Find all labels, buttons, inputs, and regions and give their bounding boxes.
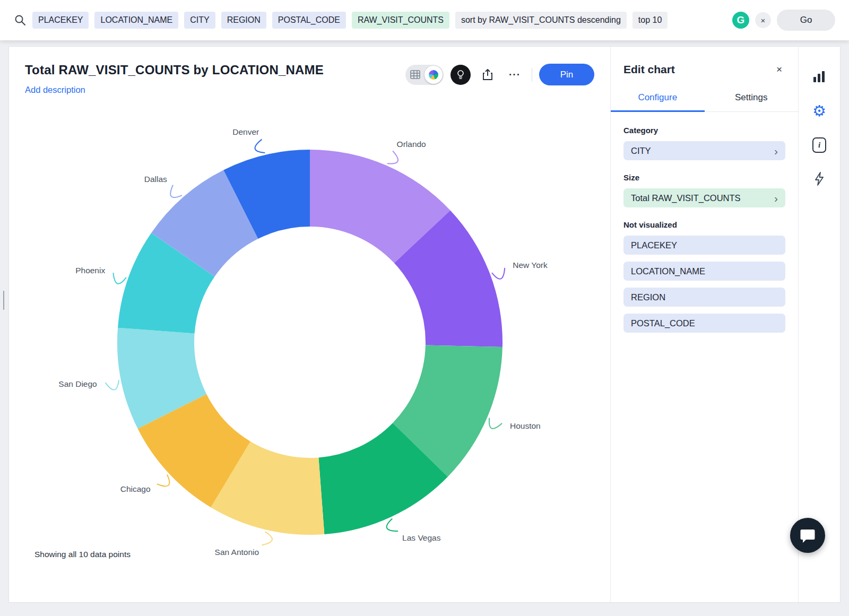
search-token-top-10[interactable]: top 10 [633,12,668,29]
answer-card: Total RAW_VISIT_COUNTS by LOCATION_NAME … [9,47,840,602]
lightning-icon[interactable] [809,169,829,189]
label-connector-san-antonio [262,532,272,545]
edit-panel-header: Edit chart × [611,47,798,87]
edit-panel-tabs: Configure Settings [611,87,798,112]
search-token-location-name[interactable]: LOCATION_NAME [94,12,178,29]
not-visualized-chip-postal-code[interactable]: POSTAL_CODE [623,314,785,333]
label-connector-houston [489,418,502,429]
not-visualized-chip-location-name[interactable]: LOCATION_NAME [623,262,785,281]
gear-icon[interactable]: ⚙ [809,101,829,121]
donut-label-houston: Houston [510,421,541,430]
search-token-postal-code[interactable]: POSTAL_CODE [272,12,346,29]
size-field-chip[interactable]: Total RAW_VISIT_COUNTS [623,188,785,207]
size-section-label: Size [623,173,785,182]
label-connector-new-york [492,268,505,279]
chevron-right-icon [774,145,778,157]
edit-chart-panel: Edit chart × Configure Settings Category… [610,47,799,602]
chart-toolbar: ··· Pin [405,64,594,85]
edit-panel-title: Edit chart [623,63,675,76]
not-visualized-chip-placekey[interactable]: PLACEKEY [623,236,785,255]
not-visualized-list: PLACEKEYLOCATION_NAMEREGIONPOSTAL_CODE [623,236,785,333]
size-field-value: Total RAW_VISIT_COUNTS [631,193,741,203]
share-icon[interactable] [478,65,498,85]
donut-label-dallas: Dallas [144,175,167,184]
search-token-region[interactable]: REGION [221,12,266,29]
label-connector-chicago [157,475,170,487]
chevron-right-icon [774,193,778,204]
donut-label-phoenix: Phoenix [75,266,105,275]
label-connector-phoenix [113,273,126,284]
insights-lightbulb-button[interactable] [451,65,471,85]
category-field-chip[interactable]: CITY [623,141,785,160]
close-icon[interactable]: × [773,63,785,76]
not-visualized-value: POSTAL_CODE [631,318,695,328]
donut-label-san-diego: San Diego [58,379,97,388]
visualization-toggle [405,65,444,85]
search-bar: PLACEKEYLOCATION_NAMECITYREGIONPOSTAL_CO… [0,0,849,40]
table-view-icon[interactable] [405,70,424,79]
donut-label-denver: Denver [232,127,259,136]
not-visualized-chip-region[interactable]: REGION [623,288,785,307]
label-connector-las-vegas [387,519,398,532]
pie-chart-icon [429,70,438,80]
not-visualized-value: REGION [631,292,665,302]
more-options-icon[interactable]: ··· [505,65,525,85]
panel-resize-handle[interactable] [3,291,4,310]
label-connector-denver [255,140,265,153]
data-points-note: Showing all 10 data points [34,550,131,559]
search-token-raw-visit-counts[interactable]: RAW_VISIT_COUNTS [352,12,449,29]
label-connector-orlando [387,151,398,163]
go-button[interactable]: Go [777,10,835,31]
chart-view-icon[interactable] [424,66,443,84]
donut-label-orlando: Orlando [397,140,426,149]
tab-settings[interactable]: Settings [705,87,799,111]
chart-title: Total RAW_VISIT_COUNTS by LOCATION_NAME [25,63,324,77]
chat-bubble-button[interactable] [790,518,825,553]
not-visualized-value: PLACEKEY [631,240,677,250]
donut-label-new-york: New York [513,261,548,270]
not-visualized-value: LOCATION_NAME [631,266,705,276]
add-description-link[interactable]: Add description [25,85,85,95]
clear-search-button[interactable]: × [755,12,771,28]
bar-chart-icon[interactable] [809,67,829,87]
grammarly-icon[interactable]: G [732,12,749,29]
label-connector-dallas [170,185,182,198]
donut-chart: OrlandoNew YorkHoustonLas VegasSan Anton… [9,47,610,602]
donut-label-chicago: Chicago [120,484,151,493]
category-section-label: Category [623,126,785,135]
category-field-value: CITY [631,146,651,156]
search-token-city[interactable]: CITY [184,12,215,29]
search-icon [14,14,27,27]
pin-button[interactable]: Pin [539,64,594,85]
edit-panel-body: Category CITY Size Total RAW_VISIT_COUNT… [611,126,798,333]
info-icon[interactable]: i [809,135,829,155]
donut-label-las-vegas: Las Vegas [402,533,441,542]
label-connector-san-diego [105,380,119,390]
toolbar-divider [532,68,532,82]
search-token-list: PLACEKEYLOCATION_NAMECITYREGIONPOSTAL_CO… [32,12,668,29]
not-visualized-label: Not visualized [623,220,785,229]
donut-label-san-antonio: San Antonio [215,548,259,557]
tab-configure[interactable]: Configure [611,87,705,111]
search-token-sort-by-raw-visit-counts-descending[interactable]: sort by RAW_VISIT_COUNTS descending [455,12,627,29]
chart-pane: Total RAW_VISIT_COUNTS by LOCATION_NAME … [9,47,610,602]
search-token-placekey[interactable]: PLACEKEY [32,12,89,29]
